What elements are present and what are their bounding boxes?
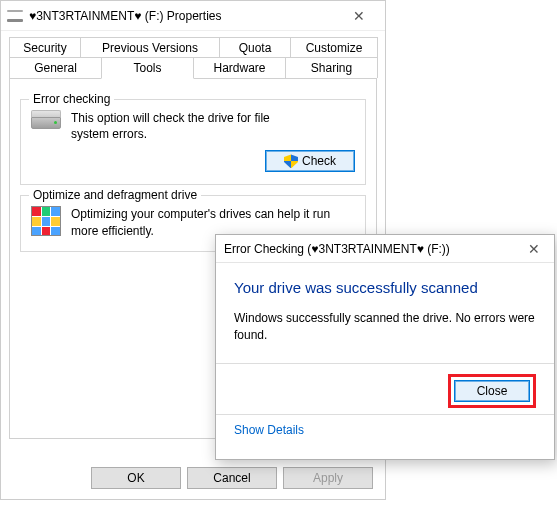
legend-error-checking: Error checking bbox=[29, 92, 114, 106]
error-checking-text: This option will check the drive for fil… bbox=[71, 110, 271, 142]
ok-button[interactable]: OK bbox=[91, 467, 181, 489]
tab-security[interactable]: Security bbox=[9, 37, 81, 58]
tab-quota[interactable]: Quota bbox=[219, 37, 291, 58]
dialog-title: Error Checking (♥3NT3RTAINMENT♥ (F:)) bbox=[224, 242, 514, 256]
dialog-titlebar[interactable]: Error Checking (♥3NT3RTAINMENT♥ (F:)) ✕ bbox=[216, 235, 554, 263]
tabs: Security Previous Versions Quota Customi… bbox=[9, 37, 377, 79]
tab-sharing[interactable]: Sharing bbox=[285, 57, 378, 78]
dialog-buttons: OK Cancel Apply bbox=[91, 467, 373, 489]
tab-general[interactable]: General bbox=[9, 57, 102, 78]
groupbox-error-checking: Error checking This option will check th… bbox=[20, 99, 366, 185]
close-icon[interactable]: ✕ bbox=[339, 1, 379, 31]
cancel-button[interactable]: Cancel bbox=[187, 467, 277, 489]
tab-customize[interactable]: Customize bbox=[290, 37, 378, 58]
tab-tools[interactable]: Tools bbox=[101, 57, 194, 79]
window-title: ♥3NT3RTAINMENT♥ (F:) Properties bbox=[29, 9, 339, 23]
titlebar[interactable]: ♥3NT3RTAINMENT♥ (F:) Properties ✕ bbox=[1, 1, 385, 31]
tab-previous-versions[interactable]: Previous Versions bbox=[80, 37, 220, 58]
close-button[interactable]: Close bbox=[454, 380, 530, 402]
check-button[interactable]: Check bbox=[265, 150, 355, 172]
dialog-message: Windows successfully scanned the drive. … bbox=[234, 310, 536, 345]
check-button-label: Check bbox=[302, 154, 336, 168]
error-checking-dialog: Error Checking (♥3NT3RTAINMENT♥ (F:)) ✕ … bbox=[215, 234, 555, 460]
drive-icon bbox=[31, 110, 61, 132]
close-icon[interactable]: ✕ bbox=[514, 235, 554, 263]
legend-defrag: Optimize and defragment drive bbox=[29, 188, 201, 202]
defrag-icon bbox=[31, 206, 61, 236]
show-details-link[interactable]: Show Details bbox=[234, 423, 304, 437]
drive-icon bbox=[7, 10, 23, 22]
dialog-heading: Your drive was successfully scanned bbox=[234, 279, 536, 296]
highlight-box: Close bbox=[448, 374, 536, 408]
tab-hardware[interactable]: Hardware bbox=[193, 57, 286, 78]
apply-button[interactable]: Apply bbox=[283, 467, 373, 489]
shield-icon bbox=[284, 154, 298, 168]
